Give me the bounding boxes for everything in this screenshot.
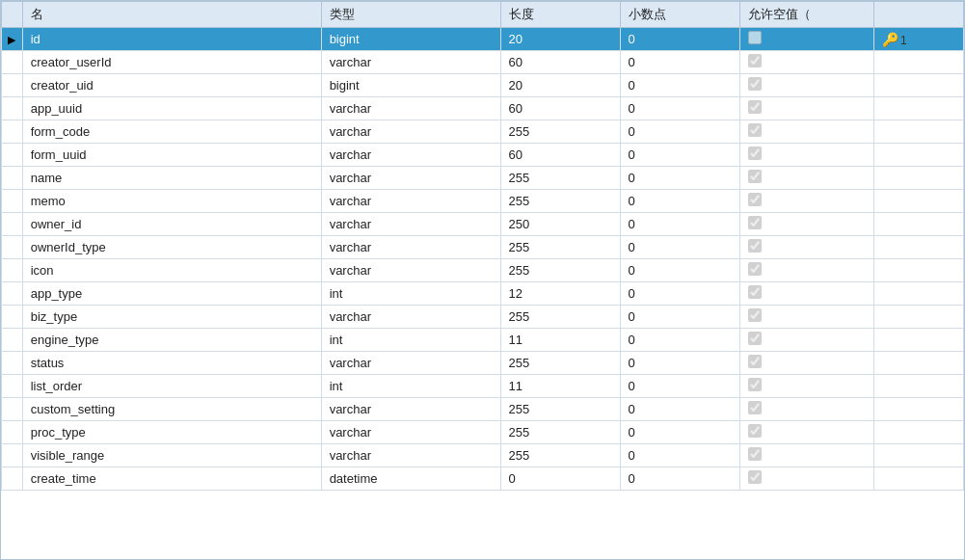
- field-length-cell: 20: [500, 28, 620, 51]
- field-nullable-cell: [739, 190, 873, 213]
- table-body: ▶idbigint200🔑1creator_userIdvarchar600cr…: [2, 28, 964, 491]
- table-row[interactable]: custom_settingvarchar2550: [2, 398, 964, 421]
- field-decimal-cell: 0: [620, 167, 739, 190]
- nullable-checkbox[interactable]: [748, 216, 762, 229]
- nullable-checkbox[interactable]: [748, 123, 762, 137]
- table-row[interactable]: statusvarchar2550: [2, 352, 964, 375]
- field-decimal-cell: 0: [620, 398, 739, 421]
- field-decimal-cell: 0: [620, 28, 739, 51]
- table-row[interactable]: form_codevarchar2550: [2, 120, 964, 144]
- nullable-checkbox[interactable]: [748, 401, 762, 414]
- field-decimal-cell: 0: [620, 74, 739, 97]
- header-extra: [873, 2, 963, 28]
- field-extra-cell: [873, 352, 963, 375]
- nullable-checkbox[interactable]: [748, 447, 762, 461]
- nullable-checkbox[interactable]: [748, 170, 762, 183]
- row-indicator-cell: [2, 306, 23, 329]
- nullable-checkbox[interactable]: [748, 424, 762, 438]
- row-indicator-cell: [2, 421, 23, 444]
- field-decimal-cell: 0: [620, 352, 739, 375]
- row-indicator-cell: [2, 352, 23, 375]
- field-name-cell: creator_userId: [22, 51, 321, 74]
- field-extra-cell: [873, 467, 963, 491]
- field-decimal-cell: 0: [620, 282, 739, 306]
- nullable-checkbox[interactable]: [748, 470, 762, 484]
- table-row[interactable]: app_uuidvarchar600: [2, 97, 964, 120]
- row-indicator-cell: [2, 329, 23, 352]
- field-extra-cell: 🔑1: [873, 28, 963, 51]
- field-extra-cell: [873, 398, 963, 421]
- field-type-cell: varchar: [321, 213, 500, 236]
- table-row[interactable]: ▶idbigint200🔑1: [2, 28, 964, 51]
- field-length-cell: 255: [500, 167, 620, 190]
- row-indicator-cell: [2, 213, 23, 236]
- field-length-cell: 20: [500, 74, 620, 97]
- field-nullable-cell: [739, 398, 873, 421]
- field-length-cell: 12: [500, 282, 620, 306]
- field-extra-cell: [873, 329, 963, 352]
- table-row[interactable]: proc_typevarchar2550: [2, 421, 964, 444]
- field-length-cell: 255: [500, 421, 620, 444]
- field-extra-cell: [873, 306, 963, 329]
- nullable-checkbox[interactable]: [748, 262, 762, 276]
- field-length-cell: 255: [500, 190, 620, 213]
- field-name-cell: engine_type: [22, 329, 321, 352]
- table-header-row: 名 类型 长度 小数点 允许空值（: [2, 2, 964, 28]
- header-name: 名: [22, 2, 321, 28]
- field-nullable-cell: [739, 375, 873, 398]
- field-length-cell: 255: [500, 306, 620, 329]
- nullable-checkbox[interactable]: [748, 193, 762, 206]
- field-name-cell: form_code: [22, 120, 321, 144]
- field-length-cell: 11: [500, 329, 620, 352]
- field-type-cell: varchar: [321, 259, 500, 282]
- field-extra-cell: [873, 190, 963, 213]
- field-type-cell: bigint: [321, 74, 500, 97]
- nullable-checkbox[interactable]: [748, 100, 762, 114]
- table-row[interactable]: engine_typeint110: [2, 329, 964, 352]
- row-indicator-cell: [2, 259, 23, 282]
- field-nullable-cell: [739, 167, 873, 190]
- field-length-cell: 60: [500, 97, 620, 120]
- table-row[interactable]: memovarchar2550: [2, 190, 964, 213]
- field-nullable-cell: [739, 329, 873, 352]
- nullable-checkbox[interactable]: [748, 239, 762, 253]
- nullable-checkbox[interactable]: [748, 378, 762, 391]
- table-row[interactable]: creator_uidbigint200: [2, 74, 964, 97]
- nullable-checkbox[interactable]: [748, 332, 762, 345]
- field-nullable-cell: [739, 282, 873, 306]
- nullable-checkbox[interactable]: [748, 31, 762, 44]
- nullable-checkbox[interactable]: [748, 355, 762, 368]
- primary-key-icon: 🔑: [882, 32, 898, 47]
- field-nullable-cell: [739, 28, 873, 51]
- table-row[interactable]: form_uuidvarchar600: [2, 144, 964, 167]
- header-type: 类型: [321, 2, 500, 28]
- field-decimal-cell: 0: [620, 467, 739, 491]
- field-name-cell: proc_type: [22, 421, 321, 444]
- table-row[interactable]: create_timedatetime00: [2, 467, 964, 491]
- nullable-checkbox[interactable]: [748, 285, 762, 299]
- table-row[interactable]: biz_typevarchar2550: [2, 306, 964, 329]
- table-row[interactable]: owner_idvarchar2500: [2, 213, 964, 236]
- nullable-checkbox[interactable]: [748, 54, 762, 67]
- nullable-checkbox[interactable]: [748, 77, 762, 91]
- field-extra-cell: [873, 120, 963, 144]
- field-type-cell: int: [321, 375, 500, 398]
- field-length-cell: 255: [500, 398, 620, 421]
- table-row[interactable]: ownerId_typevarchar2550: [2, 236, 964, 259]
- nullable-checkbox[interactable]: [748, 147, 762, 160]
- table-row[interactable]: creator_userIdvarchar600: [2, 51, 964, 74]
- nullable-checkbox[interactable]: [748, 308, 762, 322]
- field-length-cell: 60: [500, 51, 620, 74]
- field-type-cell: varchar: [321, 144, 500, 167]
- table-row[interactable]: list_orderint110: [2, 375, 964, 398]
- field-extra-cell: [873, 167, 963, 190]
- table-row[interactable]: namevarchar2550: [2, 167, 964, 190]
- table-row[interactable]: iconvarchar2550: [2, 259, 964, 282]
- table-row[interactable]: visible_rangevarchar2550: [2, 444, 964, 467]
- field-decimal-cell: 0: [620, 120, 739, 144]
- field-length-cell: 60: [500, 144, 620, 167]
- row-indicator-cell: [2, 167, 23, 190]
- selected-row-arrow: ▶: [8, 34, 15, 45]
- field-nullable-cell: [739, 120, 873, 144]
- table-row[interactable]: app_typeint120: [2, 282, 964, 306]
